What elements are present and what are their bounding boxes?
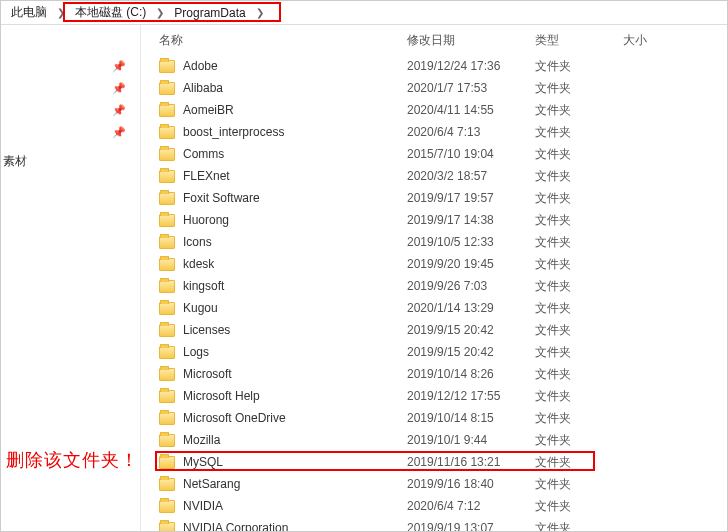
table-row[interactable]: Microsoft Help2019/12/12 17:55文件夹 (141, 385, 727, 407)
table-row[interactable]: NVIDIA Corporation2019/9/19 13:07文件夹 (141, 517, 727, 531)
table-row[interactable]: Mozilla2019/10/1 9:44文件夹 (141, 429, 727, 451)
table-row[interactable]: Microsoft OneDrive2019/10/14 8:15文件夹 (141, 407, 727, 429)
folder-icon (159, 148, 175, 161)
file-name: Huorong (183, 213, 229, 227)
folder-icon (159, 346, 175, 359)
folder-icon (159, 500, 175, 513)
pin-icon: 📌 (112, 82, 126, 95)
cell-name: Kugou (159, 301, 407, 315)
table-row[interactable]: Microsoft2019/10/14 8:26文件夹 (141, 363, 727, 385)
cell-name: Logs (159, 345, 407, 359)
table-row[interactable]: Adobe2019/12/24 17:36文件夹 (141, 55, 727, 77)
cell-type: 文件夹 (535, 190, 623, 207)
cell-type: 文件夹 (535, 476, 623, 493)
cell-type: 文件夹 (535, 498, 623, 515)
breadcrumb[interactable]: 此电脑 ❯ 本地磁盘 (C:) ❯ ProgramData ❯ (1, 1, 727, 25)
column-header-date[interactable]: 修改日期 (407, 32, 535, 49)
folder-icon (159, 478, 175, 491)
breadcrumb-seg-folder[interactable]: ProgramData (168, 6, 251, 20)
file-name: AomeiBR (183, 103, 234, 117)
column-header-name[interactable]: 名称 (159, 32, 407, 49)
cell-type: 文件夹 (535, 146, 623, 163)
cell-date: 2019/9/20 19:45 (407, 257, 535, 271)
cell-name: Huorong (159, 213, 407, 227)
cell-date: 2019/9/15 20:42 (407, 323, 535, 337)
pin-icon: 📌 (112, 126, 126, 139)
file-name: NVIDIA (183, 499, 223, 513)
table-row[interactable]: Alibaba2020/1/7 17:53文件夹 (141, 77, 727, 99)
cell-name: Microsoft OneDrive (159, 411, 407, 425)
table-row[interactable]: AomeiBR2020/4/11 14:55文件夹 (141, 99, 727, 121)
sidebar-item[interactable]: 素材 (1, 149, 140, 174)
cell-date: 2019/12/12 17:55 (407, 389, 535, 403)
cell-type: 文件夹 (535, 168, 623, 185)
chevron-right-icon[interactable]: ❯ (152, 7, 168, 18)
file-name: Microsoft (183, 367, 232, 381)
cell-name: kingsoft (159, 279, 407, 293)
file-name: FLEXnet (183, 169, 230, 183)
cell-name: Comms (159, 147, 407, 161)
cell-date: 2020/3/2 18:57 (407, 169, 535, 183)
cell-date: 2019/10/1 9:44 (407, 433, 535, 447)
cell-type: 文件夹 (535, 300, 623, 317)
table-row[interactable]: MySQL2019/11/16 13:21文件夹 (141, 451, 727, 473)
table-row[interactable]: Icons2019/10/5 12:33文件夹 (141, 231, 727, 253)
cell-date: 2019/9/15 20:42 (407, 345, 535, 359)
table-row[interactable]: kingsoft2019/9/26 7:03文件夹 (141, 275, 727, 297)
table-row[interactable]: boost_interprocess2020/6/4 7:13文件夹 (141, 121, 727, 143)
cell-type: 文件夹 (535, 322, 623, 339)
cell-type: 文件夹 (535, 344, 623, 361)
table-row[interactable]: kdesk2019/9/20 19:45文件夹 (141, 253, 727, 275)
file-name: Foxit Software (183, 191, 260, 205)
table-row[interactable]: NVIDIA2020/6/4 7:12文件夹 (141, 495, 727, 517)
folder-icon (159, 280, 175, 293)
column-header-size[interactable]: 大小 (623, 32, 727, 49)
folder-icon (159, 434, 175, 447)
cell-name: NVIDIA (159, 499, 407, 513)
cell-name: NetSarang (159, 477, 407, 491)
cell-date: 2019/9/26 7:03 (407, 279, 535, 293)
table-row[interactable]: Comms2015/7/10 19:04文件夹 (141, 143, 727, 165)
folder-icon (159, 456, 175, 469)
cell-date: 2019/10/5 12:33 (407, 235, 535, 249)
cell-date: 2020/6/4 7:12 (407, 499, 535, 513)
cell-type: 文件夹 (535, 102, 623, 119)
cell-date: 2015/7/10 19:04 (407, 147, 535, 161)
cell-type: 文件夹 (535, 58, 623, 75)
cell-name: Microsoft (159, 367, 407, 381)
cell-type: 文件夹 (535, 432, 623, 449)
cell-date: 2019/9/16 18:40 (407, 477, 535, 491)
breadcrumb-root[interactable]: 此电脑 (5, 4, 53, 21)
chevron-right-icon[interactable]: ❯ (53, 7, 69, 18)
cell-type: 文件夹 (535, 410, 623, 427)
file-name: Mozilla (183, 433, 220, 447)
folder-icon (159, 192, 175, 205)
cell-type: 文件夹 (535, 234, 623, 251)
file-name: Licenses (183, 323, 230, 337)
table-row[interactable]: NetSarang2019/9/16 18:40文件夹 (141, 473, 727, 495)
file-name: Alibaba (183, 81, 223, 95)
cell-name: AomeiBR (159, 103, 407, 117)
folder-icon (159, 302, 175, 315)
file-name: Microsoft Help (183, 389, 260, 403)
cell-date: 2020/1/7 17:53 (407, 81, 535, 95)
table-row[interactable]: Kugou2020/1/14 13:29文件夹 (141, 297, 727, 319)
folder-icon (159, 324, 175, 337)
chevron-right-icon[interactable]: ❯ (252, 7, 268, 18)
table-row[interactable]: Logs2019/9/15 20:42文件夹 (141, 341, 727, 363)
folder-icon (159, 368, 175, 381)
cell-name: kdesk (159, 257, 407, 271)
table-row[interactable]: Huorong2019/9/17 14:38文件夹 (141, 209, 727, 231)
table-row[interactable]: Licenses2019/9/15 20:42文件夹 (141, 319, 727, 341)
file-name: NVIDIA Corporation (183, 521, 288, 531)
file-name: Kugou (183, 301, 218, 315)
folder-icon (159, 390, 175, 403)
breadcrumb-seg-drive[interactable]: 本地磁盘 (C:) (69, 4, 152, 21)
cell-name: Alibaba (159, 81, 407, 95)
cell-name: Microsoft Help (159, 389, 407, 403)
column-header-type[interactable]: 类型 (535, 32, 623, 49)
cell-type: 文件夹 (535, 388, 623, 405)
table-row[interactable]: FLEXnet2020/3/2 18:57文件夹 (141, 165, 727, 187)
table-row[interactable]: Foxit Software2019/9/17 19:57文件夹 (141, 187, 727, 209)
file-name: kingsoft (183, 279, 224, 293)
